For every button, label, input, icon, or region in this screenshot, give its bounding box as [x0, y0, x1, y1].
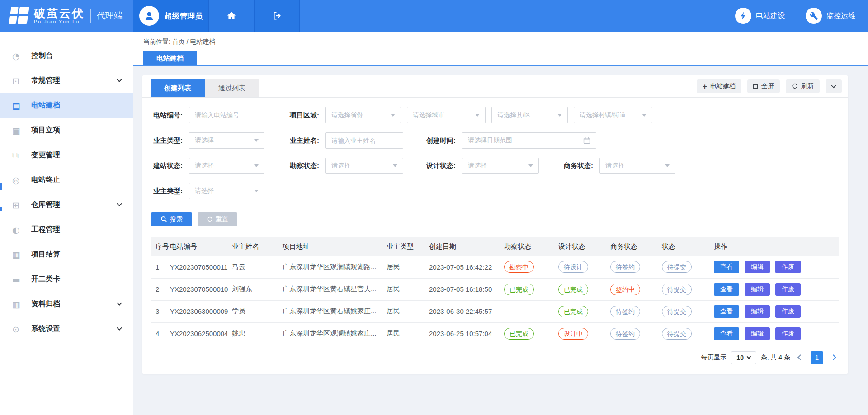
total-count-label: 条, 共 4 条 — [761, 354, 790, 362]
view-button[interactable]: 查看 — [714, 327, 739, 340]
search-button[interactable]: 搜索 — [151, 212, 192, 226]
actions-cell: 查看编辑作废 — [714, 278, 839, 300]
survey-status-select[interactable]: 请选择 — [326, 158, 403, 174]
province-select[interactable]: 请选择省份 — [326, 107, 401, 123]
sidebar-item-项目立项[interactable]: ▣项目立项 — [0, 118, 133, 143]
brand-tag: 代理端 — [90, 9, 123, 23]
stations-table: 序号 电站编号 业主姓名 项目地址 业主类型 创建日期 勘察状态 设计状态 商务… — [151, 237, 839, 345]
page-tab[interactable]: 电站建档 — [143, 51, 197, 65]
void-button[interactable]: 作废 — [775, 327, 801, 340]
sidebar-item-控制台[interactable]: ◔控制台 — [0, 43, 133, 68]
void-button[interactable]: 作废 — [775, 261, 801, 273]
survey-status-label: 勘察状态: — [288, 162, 319, 170]
status-badge: 已完成 — [558, 284, 588, 295]
scrollbar-mark — [0, 183, 2, 190]
owner-type2-select[interactable]: 请选择 — [189, 183, 264, 199]
edit-button[interactable]: 编辑 — [745, 283, 770, 296]
user-menu[interactable]: 超级管理员 — [133, 0, 208, 32]
content-area: 创建列表 通过列表 + 电站建档 全屏 — [133, 66, 868, 415]
next-page-button[interactable] — [830, 354, 836, 360]
tab-create-list[interactable]: 创建列表 — [151, 79, 205, 97]
county-select[interactable]: 请选择县/区 — [491, 107, 568, 123]
void-button[interactable]: 作废 — [775, 283, 801, 296]
home-button[interactable] — [208, 0, 254, 32]
table-row: 4YX2023062500004姚忠广东深圳龙华区观澜镇姚家庄...居民2023… — [151, 322, 839, 345]
edit-button[interactable]: 编辑 — [745, 305, 770, 318]
sidebar-item-开二类卡[interactable]: ▬开二类卡 — [0, 267, 133, 292]
status-badge: 待提交 — [662, 328, 692, 340]
sidebar-item-label: 常规管理 — [31, 76, 60, 85]
view-button[interactable]: 查看 — [714, 305, 739, 318]
owner-type-select[interactable]: 请选择 — [189, 132, 264, 149]
sidebar-item-系统设置[interactable]: ⊙系统设置 — [0, 317, 133, 341]
caret-down-icon — [254, 139, 259, 142]
sidebar-item-仓库管理[interactable]: ⊞仓库管理 — [0, 192, 133, 217]
business-status-select[interactable]: 请选择 — [599, 158, 675, 174]
top-bar: 破茧云伏 Po Jian Yun Fu 代理端 超级管理员 电站建 — [0, 0, 868, 32]
nav-station-construction[interactable]: 电站建设 — [735, 8, 785, 24]
sidebar-item-label: 工程管理 — [31, 225, 60, 234]
prev-page-button[interactable] — [797, 354, 803, 360]
sidebar-item-变更管理[interactable]: ⧉变更管理 — [0, 143, 133, 168]
page-number[interactable]: 1 — [811, 351, 823, 364]
plus-icon: + — [703, 83, 707, 90]
archive-icon: ▥ — [12, 299, 28, 309]
col-status: 状态 — [662, 237, 714, 256]
owner-type2-label: 业主类型: — [151, 187, 183, 196]
refresh-button[interactable]: 刷新 — [786, 79, 820, 93]
sidebar-item-label: 仓库管理 — [31, 200, 60, 210]
owner-name-input[interactable] — [326, 132, 403, 149]
township-select[interactable]: 请选择村镇/街道 — [574, 107, 652, 123]
city-select[interactable]: 请选择城市 — [407, 107, 486, 123]
collapse-button[interactable] — [826, 79, 842, 93]
owner-name: 姚忠 — [232, 322, 283, 345]
created-time-label: 创建时间: — [424, 136, 456, 145]
design-status-cell: 设计中 — [558, 322, 610, 345]
created-date: 2023-06-30 22:45:57 — [429, 300, 504, 322]
reset-button[interactable]: 重置 — [198, 212, 237, 226]
status-badge: 待提交 — [662, 284, 692, 295]
status-cell: 待提交 — [662, 256, 714, 278]
business-status-cell: 待签约 — [610, 322, 662, 345]
nav-monitor-ops[interactable]: 监控运维 — [806, 8, 855, 24]
owner-name: 学员 — [232, 300, 283, 322]
chevron-down-icon — [117, 77, 122, 82]
calculator-icon: ▦ — [12, 250, 28, 260]
edit-button[interactable]: 编辑 — [745, 261, 770, 273]
filter-form: 电站编号: 项目区域: 请选择省份 请选择城市 请选择县/区 请选择村镇/街道 — [142, 98, 848, 199]
date-range-input[interactable]: 请选择日期范围 — [462, 132, 596, 149]
sidebar-item-资料归档[interactable]: ▥资料归档 — [0, 292, 133, 317]
edit-button[interactable]: 编辑 — [745, 327, 770, 340]
row-index: 4 — [151, 322, 170, 345]
view-button[interactable]: 查看 — [714, 283, 739, 296]
void-button[interactable]: 作废 — [775, 305, 801, 318]
chevron-down-icon — [117, 325, 122, 330]
add-station-button[interactable]: + 电站建档 — [697, 79, 741, 93]
station-code: YX2023062500004 — [170, 322, 232, 345]
build-status-select[interactable]: 请选择 — [189, 158, 264, 174]
brand: 破茧云伏 Po Jian Yun Fu 代理端 — [0, 0, 133, 32]
view-button[interactable]: 查看 — [714, 261, 739, 273]
breadcrumb-path[interactable]: 首页 / 电站建档 — [172, 38, 216, 45]
sidebar-item-项目结算[interactable]: ▦项目结算 — [0, 242, 133, 267]
status-cell: 待提交 — [662, 278, 714, 300]
tab-passed-list[interactable]: 通过列表 — [205, 79, 259, 97]
owner-type: 居民 — [387, 278, 429, 300]
row-index: 1 — [151, 256, 170, 278]
sidebar-item-常规管理[interactable]: ⊡常规管理 — [0, 68, 133, 93]
fullscreen-button[interactable]: 全屏 — [747, 79, 780, 93]
sidebar-item-电站建档[interactable]: ▤电站建档 — [0, 93, 133, 118]
chevron-down-icon — [117, 201, 122, 206]
station-code: YX2023063000009 — [170, 300, 232, 322]
station-code: YX2023070500010 — [170, 278, 232, 300]
created-date: 2023-06-25 10:57:04 — [429, 322, 504, 345]
design-status-select[interactable]: 请选择 — [462, 158, 539, 174]
sidebar-item-电站终止[interactable]: ◎电站终止 — [0, 168, 133, 192]
survey-status-cell: 勘察中 — [504, 256, 558, 278]
card-icon: ▬ — [12, 275, 28, 284]
per-page-select[interactable]: 10 — [731, 351, 756, 364]
status-badge: 已完成 — [504, 284, 534, 295]
sidebar-item-工程管理[interactable]: ◐工程管理 — [0, 217, 133, 242]
station-code-input[interactable] — [189, 107, 264, 123]
logout-button[interactable] — [254, 0, 300, 32]
